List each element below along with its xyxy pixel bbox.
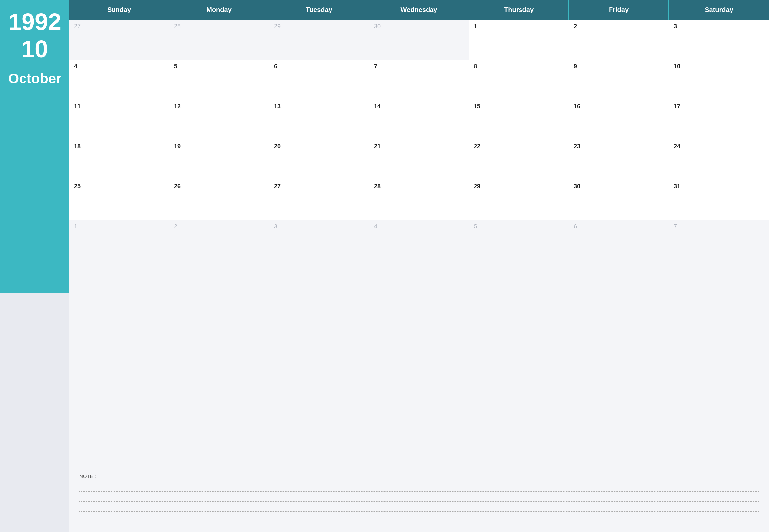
day-cell[interactable]: 30 [369,20,469,60]
day-cell[interactable]: 10 [669,60,769,100]
day-cell[interactable]: 16 [569,100,669,140]
day-number: 5 [474,223,477,230]
day-cell[interactable]: 2 [569,20,669,60]
note-line[interactable] [79,502,759,512]
day-number: 28 [174,23,181,30]
year-label: 1992 [8,10,61,34]
week-row-2: 11121314151617 [69,100,769,140]
day-number: 31 [674,183,680,190]
day-number: 27 [74,23,81,30]
day-number: 5 [174,63,177,70]
day-number: 19 [174,143,181,150]
day-number: 3 [274,223,277,230]
day-number: 21 [374,143,381,150]
day-cell[interactable]: 18 [69,140,169,180]
day-number: 22 [474,143,480,150]
day-number: 4 [74,63,77,70]
day-cell[interactable]: 30 [569,180,669,220]
day-cell[interactable]: 3 [669,20,769,60]
day-header-wednesday: Wednesday [369,0,469,20]
day-cell[interactable]: 29 [469,180,569,220]
day-cell[interactable]: 12 [169,100,269,140]
calendar-page: 1992 10 October SundayMondayTuesdayWedne… [0,0,769,532]
day-cell[interactable]: 6 [569,220,669,260]
day-number: 9 [574,63,577,70]
day-cell[interactable]: 26 [169,180,269,220]
day-cell[interactable]: 28 [169,20,269,60]
day-number: 4 [374,223,377,230]
day-cell[interactable]: 24 [669,140,769,180]
week-row-4: 25262728293031 [69,180,769,220]
note-line[interactable] [79,482,759,492]
day-cell[interactable]: 2 [169,220,269,260]
day-number: 17 [674,103,680,110]
day-cell[interactable]: 5 [469,220,569,260]
day-cell[interactable]: 4 [369,220,469,260]
day-cell[interactable]: 7 [669,220,769,260]
day-number: 11 [74,103,81,110]
day-cell[interactable]: 25 [69,180,169,220]
day-cell[interactable]: 14 [369,100,469,140]
day-cell[interactable]: 27 [269,180,369,220]
calendar-section: SundayMondayTuesdayWednesdayThursdayFrid… [69,0,769,532]
weeks-grid: 2728293012345678910111213141516171819202… [69,20,769,260]
day-cell[interactable]: 22 [469,140,569,180]
day-number: 30 [574,183,581,190]
day-number: 13 [274,103,281,110]
day-cell[interactable]: 3 [269,220,369,260]
day-number: 28 [374,183,381,190]
day-cell[interactable]: 17 [669,100,769,140]
day-number: 26 [174,183,181,190]
day-header-thursday: Thursday [469,0,569,20]
day-number: 29 [274,23,281,30]
day-cell[interactable]: 27 [69,20,169,60]
day-cell[interactable]: 23 [569,140,669,180]
day-number: 27 [274,183,281,190]
day-cell[interactable]: 1 [469,20,569,60]
day-cell[interactable]: 29 [269,20,369,60]
day-number: 18 [74,143,81,150]
day-cell[interactable]: 4 [69,60,169,100]
day-cell[interactable]: 13 [269,100,369,140]
day-header-monday: Monday [169,0,269,20]
day-header-tuesday: Tuesday [269,0,369,20]
day-cell[interactable]: 1 [69,220,169,260]
day-number: 7 [374,63,377,70]
day-number: 23 [574,143,581,150]
week-row-3: 18192021222324 [69,140,769,180]
day-number: 15 [474,103,480,110]
day-cell[interactable]: 20 [269,140,369,180]
day-cell[interactable]: 28 [369,180,469,220]
day-cell[interactable]: 11 [69,100,169,140]
day-header-sunday: Sunday [69,0,169,20]
day-cell[interactable]: 6 [269,60,369,100]
day-number: 1 [474,23,477,30]
day-number: 25 [74,183,81,190]
month-name-label: October [8,71,61,87]
day-cell[interactable]: 31 [669,180,769,220]
day-cell[interactable]: 7 [369,60,469,100]
day-number: 29 [474,183,480,190]
day-number: 1 [74,223,77,230]
day-number: 10 [674,63,680,70]
day-number: 30 [374,23,381,30]
day-number: 6 [574,223,577,230]
day-number: 24 [674,143,680,150]
day-cell[interactable]: 5 [169,60,269,100]
calendar-grid: SundayMondayTuesdayWednesdayThursdayFrid… [69,0,769,467]
sidebar: 1992 10 October [0,0,69,532]
day-cell[interactable]: 15 [469,100,569,140]
day-number: 2 [574,23,577,30]
day-number: 12 [174,103,181,110]
note-line[interactable] [79,492,759,502]
week-row-5: 1234567 [69,220,769,260]
day-number: 7 [674,223,677,230]
day-cell[interactable]: 9 [569,60,669,100]
day-number: 8 [474,63,477,70]
day-cell[interactable]: 8 [469,60,569,100]
notes-section: NOTE： [69,467,769,532]
day-cell[interactable]: 19 [169,140,269,180]
day-header-saturday: Saturday [669,0,769,20]
note-line[interactable] [79,512,759,521]
day-cell[interactable]: 21 [369,140,469,180]
